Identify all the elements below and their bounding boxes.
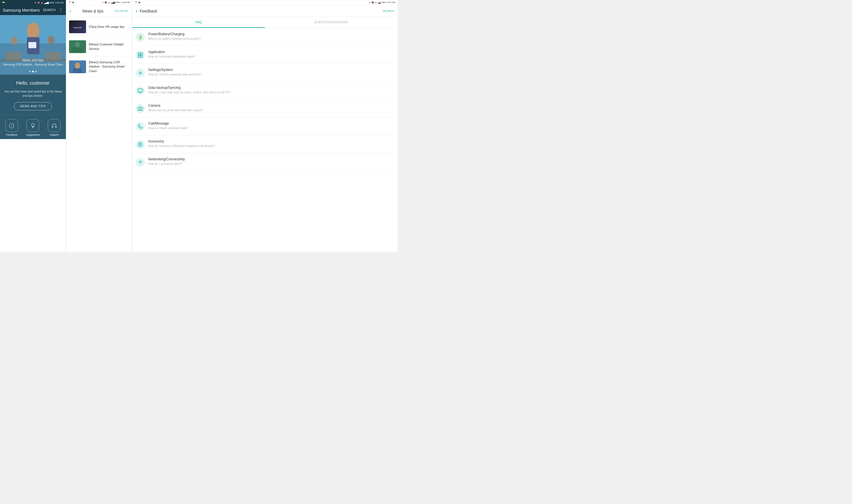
news-item-gear-vr[interactable]: GearVR [Tips] Gear VR usage tips (66, 17, 132, 37)
time-1: 4:26 PM (55, 1, 64, 4)
signal-icon-3: ▂▄ (378, 1, 381, 4)
customer-thumbnail (69, 40, 86, 53)
samsung-csr-thumbnail (69, 60, 86, 73)
application-icon (138, 53, 143, 58)
question-mark-icon: ? (9, 123, 15, 129)
faq-subtitle-networking: How do I connect to Wi-Fi? (148, 162, 185, 166)
faq-list: 🔋 Power/Battery/Charging Why is my batte… (132, 28, 398, 252)
faq-item-power[interactable]: 🔋 Power/Battery/Charging Why is my batte… (132, 28, 398, 46)
news-item-samsung-csr[interactable]: [News] Samsung CSR initative - Samsung S… (66, 57, 132, 77)
faq-content-accessory: Accessory How do I connect a Bluetooth h… (148, 139, 214, 148)
gear-vr-image: GearVR (72, 23, 83, 31)
tab-questions-errors[interactable]: QUESTIONS/ERRORS (265, 17, 398, 28)
p2-filter-button[interactable]: FILTER BY (115, 10, 129, 13)
svg-rect-28 (138, 89, 143, 92)
p3-back-button[interactable]: ‹ (136, 8, 137, 14)
hero-pagination-dots (0, 71, 66, 72)
faq-item-application[interactable]: Application How do I uninstall downloade… (132, 46, 398, 64)
p3-search-button[interactable]: SEARCH (383, 10, 394, 13)
hero-dot-2 (32, 71, 34, 72)
monitor-icon (138, 88, 143, 93)
news-title-gear-vr: [Tips] Gear VR usage tips (89, 25, 125, 29)
p2-back-button[interactable]: ‹ (70, 8, 71, 14)
faq-subtitle-power: Why is my battery running out so quickly… (148, 37, 201, 40)
p3-header: ‹ Feedback SEARCH (132, 5, 398, 17)
p1-search-button[interactable]: SEARCH (43, 8, 56, 12)
p2-header: ‹ News & tips FILTER BY (66, 5, 132, 17)
faq-title-application: Application (148, 50, 195, 54)
wifi-icon-2: ▲ (108, 1, 110, 3)
status-bar-left-2: 📍 ◉ (68, 1, 74, 4)
support-icon-item[interactable]: Support (48, 119, 60, 136)
feedback-icon-circle: ? (5, 119, 18, 132)
news-tips-button[interactable]: NEWS AND TIPS (14, 102, 52, 110)
svg-point-4 (11, 36, 18, 45)
samsung-icon-3: ◉ (138, 1, 140, 4)
faq-item-networking[interactable]: Networking/Connectivity How do I connect… (132, 153, 398, 171)
hero-subtitle: Samsung CSR initative - Samsung Smart Cl… (3, 63, 63, 66)
svg-text:?: ? (11, 124, 13, 127)
camera-icon (138, 106, 143, 111)
support-icon-circle (48, 119, 60, 132)
faq-subtitle-camera: Where are my photo and video files saved… (148, 108, 203, 112)
news-item-customer[interactable]: [News] Customer Delight Service (66, 37, 132, 57)
headphone-icon (51, 123, 57, 129)
svg-rect-7 (29, 42, 36, 48)
news-title-customer: [News] Customer Delight Service (89, 42, 129, 51)
tab-faq[interactable]: FAQ (132, 17, 265, 28)
p3-tab-bar: FAQ QUESTIONS/ERRORS (132, 17, 398, 28)
faq-content-networking: Networking/Connectivity How do I connect… (148, 157, 185, 166)
svg-rect-26 (138, 55, 140, 57)
accessory-icon (138, 142, 143, 147)
news-thumb-gear-vr: GearVR (69, 20, 86, 33)
faq-item-camera[interactable]: Camera Where are my photo and video file… (132, 100, 398, 118)
faq-item-call-message[interactable]: Call/Message How do I block unwanted cal… (132, 118, 398, 136)
volume-icon: 🔇 (37, 1, 40, 4)
status-bar-3: 📍 ◉ ✦ 🔇 ▲ ▂▄ 68% 4:27 PM (132, 0, 398, 5)
faq-title-data-backup: Data backup/Syncing (148, 86, 231, 90)
faq-item-accessory[interactable]: Accessory How do I connect a Bluetooth h… (132, 136, 398, 153)
svg-point-22 (75, 62, 80, 69)
faq-subtitle-accessory: How do I connect a Bluetooth headset to … (148, 144, 214, 148)
bluetooth-icon: ✦ (34, 1, 36, 4)
faq-title-networking: Networking/Connectivity (148, 157, 185, 161)
feedback-label: Feedback (6, 133, 17, 136)
svg-rect-25 (141, 53, 143, 55)
faq-content-application: Application How do I uninstall downloade… (148, 50, 195, 58)
status-bar-left-3: 📍 ◉ (135, 1, 140, 4)
hero-text-overlay: News and tips Samsung CSR initative - Sa… (0, 58, 66, 66)
faq-subtitle-data-backup: How do I copy data such as music, photos… (148, 91, 231, 94)
wifi-connectivity-icon (138, 160, 143, 165)
p1-more-button[interactable]: ⋮ (58, 7, 63, 13)
feedback-icon-item[interactable]: ? Feedback (5, 119, 18, 136)
accessory-icon-wrap (136, 140, 145, 149)
data-backup-icon-wrap (136, 86, 145, 95)
volume-icon-2: 🔇 (105, 1, 107, 4)
faq-content-data-backup: Data backup/Syncing How do I copy data s… (148, 86, 231, 94)
app-icon-wrap (136, 51, 145, 59)
battery-text-3: 68% (381, 1, 386, 4)
status-bar-right-2: ✦ 🔇 ▲ ▂▄▆ 69% 4:26 PM (102, 1, 130, 4)
p3-screen-title: Feedback (140, 9, 383, 13)
bluetooth-icon-2: ✦ (102, 1, 104, 4)
bulb-icon (30, 123, 36, 129)
support-label: Support (50, 133, 59, 136)
call-icon-wrap (136, 122, 145, 131)
faq-item-data-backup[interactable]: Data backup/Syncing How do I copy data s… (132, 82, 398, 100)
status-bar-right-1: ✦ 🔇 ▲ ▂▄▆ 69% 4:26 PM (34, 1, 64, 4)
status-bar-1: 🇮🇳 ✦ 🔇 ▲ ▂▄▆ 69% 4:26 PM (0, 0, 66, 5)
wifi-icon-3: ▲ (375, 1, 377, 3)
india-logo: 🇮🇳 (2, 1, 5, 4)
faq-subtitle-call-message: How do I block unwanted calls? (148, 126, 188, 130)
status-bar-2: 📍 ◉ ✦ 🔇 ▲ ▂▄▆ 69% 4:26 PM (66, 0, 132, 5)
hero-dot-3 (35, 71, 37, 72)
suggestions-icon-item[interactable]: Suggestions (26, 119, 40, 136)
status-bar-right-3: ✦ 🔇 ▲ ▂▄ 68% 4:27 PM (369, 1, 395, 4)
time-3: 4:27 PM (387, 1, 395, 4)
faq-item-settings[interactable]: ⚙ Settings/System How do I set the autom… (132, 64, 398, 82)
location-icon-3: 📍 (135, 1, 137, 4)
news-title-samsung-csr: [News] Samsung CSR initative - Samsung S… (89, 60, 129, 73)
p2-screen-title: News & tips (82, 9, 103, 13)
p1-greeting-section: Hello, customer You can find news and us… (0, 75, 66, 115)
suggestions-label: Suggestions (26, 133, 40, 136)
